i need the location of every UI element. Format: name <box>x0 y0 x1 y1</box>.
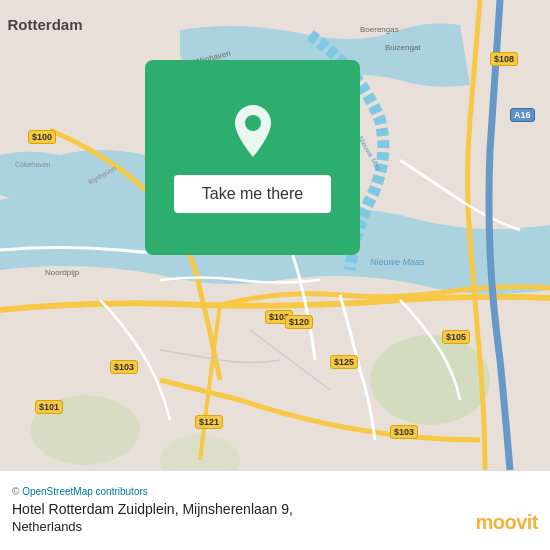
moovit-logo-area: moovit <box>475 511 538 534</box>
svg-text:Cokehaven: Cokehaven <box>15 161 51 168</box>
badge-s108: $108 <box>490 52 518 66</box>
badge-s120: $120 <box>285 315 313 329</box>
svg-text:Rotterdam: Rotterdam <box>7 16 82 33</box>
address-line1: Hotel Rotterdam Zuidplein, Mijnsherenlaa… <box>12 501 293 517</box>
badge-s103c: $103 <box>390 425 418 439</box>
moovit-text: moovit <box>475 511 538 534</box>
osm-link[interactable]: OpenStreetMap contributors <box>22 486 148 497</box>
copyright-text: © OpenStreetMap contributors <box>12 486 538 497</box>
take-me-there-button[interactable]: Take me there <box>174 175 331 213</box>
badge-s101: $101 <box>35 400 63 414</box>
address-line2: Netherlands <box>12 519 293 534</box>
svg-text:Nieuwe Maas: Nieuwe Maas <box>370 257 425 267</box>
svg-text:Buizengat: Buizengat <box>385 43 421 52</box>
badge-s125: $125 <box>330 355 358 369</box>
svg-text:Boerengas: Boerengas <box>360 25 399 34</box>
badge-s100: $100 <box>28 130 56 144</box>
badge-s105: $105 <box>442 330 470 344</box>
map-container: Rotterdam Wijnhaven Buizengat Boerengas … <box>0 0 550 470</box>
footer: © OpenStreetMap contributors Hotel Rotte… <box>0 470 550 550</box>
badge-a16: A16 <box>510 108 535 122</box>
pin-icon <box>229 103 277 159</box>
svg-point-1 <box>370 335 490 425</box>
svg-text:Noordpijp: Noordpijp <box>45 268 80 277</box>
badge-s121: $121 <box>195 415 223 429</box>
badge-s103b: $103 <box>110 360 138 374</box>
location-card: Take me there <box>145 60 360 255</box>
svg-point-14 <box>245 115 261 131</box>
